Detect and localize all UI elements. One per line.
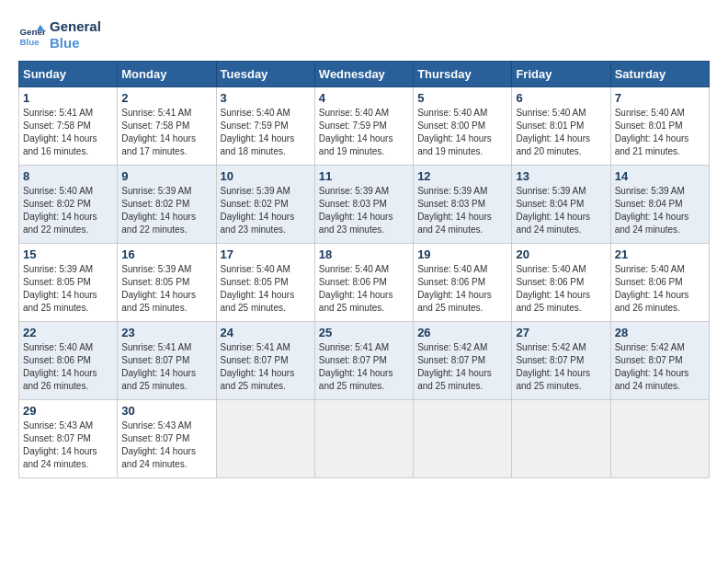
sunset-label: Sunset: 8:00 PM [417,121,485,131]
daylight-label: Daylight: 14 hours and 25 minutes. [221,290,295,313]
header-wednesday: Wednesday [314,62,413,87]
daylight-label: Daylight: 14 hours and 25 minutes. [121,290,196,313]
day-info: Sunrise: 5:43 AM Sunset: 8:07 PM Dayligh… [121,419,211,471]
calendar-cell: 23 Sunrise: 5:41 AM Sunset: 8:07 PM Dayl… [118,322,216,400]
daylight-label: Daylight: 14 hours and 26 minutes. [615,290,689,313]
calendar-cell: 17 Sunrise: 5:40 AM Sunset: 8:05 PM Dayl… [216,244,314,322]
daylight-label: Daylight: 14 hours and 21 minutes. [615,133,689,156]
sunset-label: Sunset: 8:05 PM [121,277,189,287]
day-number: 1 [23,91,113,105]
sunrise-label: Sunrise: 5:39 AM [516,186,586,196]
sunrise-label: Sunrise: 5:40 AM [23,342,93,352]
daylight-label: Daylight: 14 hours and 25 minutes. [417,290,492,313]
calendar-cell: 1 Sunrise: 5:41 AM Sunset: 7:58 PM Dayli… [19,87,118,166]
svg-text:Blue: Blue [20,37,40,47]
daylight-label: Daylight: 14 hours and 24 minutes. [615,368,689,391]
calendar-week-5: 29 Sunrise: 5:43 AM Sunset: 8:07 PM Dayl… [19,400,710,478]
calendar-cell: 25 Sunrise: 5:41 AM Sunset: 8:07 PM Dayl… [314,322,413,400]
sunset-label: Sunset: 8:04 PM [516,199,584,209]
calendar-cell: 18 Sunrise: 5:40 AM Sunset: 8:06 PM Dayl… [314,244,413,322]
calendar-cell: 29 Sunrise: 5:43 AM Sunset: 8:07 PM Dayl… [19,400,118,478]
day-number: 2 [121,91,211,105]
calendar-cell [314,400,413,478]
sunset-label: Sunset: 7:59 PM [221,121,289,131]
sunset-label: Sunset: 8:07 PM [319,355,387,365]
day-number: 12 [417,169,507,183]
day-number: 20 [516,247,606,261]
sunrise-label: Sunrise: 5:39 AM [121,264,191,274]
sunset-label: Sunset: 7:59 PM [319,121,387,131]
daylight-label: Daylight: 14 hours and 18 minutes. [221,133,295,156]
day-info: Sunrise: 5:41 AM Sunset: 8:07 PM Dayligh… [221,341,311,393]
sunset-label: Sunset: 7:58 PM [23,121,91,131]
sunrise-label: Sunrise: 5:40 AM [516,264,586,274]
calendar-cell: 13 Sunrise: 5:39 AM Sunset: 8:04 PM Dayl… [512,166,610,244]
daylight-label: Daylight: 14 hours and 17 minutes. [121,133,196,156]
day-number: 4 [319,91,409,105]
sunrise-label: Sunrise: 5:40 AM [319,264,389,274]
day-info: Sunrise: 5:39 AM Sunset: 8:05 PM Dayligh… [23,263,113,315]
day-info: Sunrise: 5:43 AM Sunset: 8:07 PM Dayligh… [23,419,113,471]
calendar-cell: 15 Sunrise: 5:39 AM Sunset: 8:05 PM Dayl… [19,244,118,322]
sunrise-label: Sunrise: 5:39 AM [319,186,389,196]
sunrise-label: Sunrise: 5:40 AM [221,264,290,274]
sunset-label: Sunset: 8:07 PM [615,355,683,365]
calendar-cell: 11 Sunrise: 5:39 AM Sunset: 8:03 PM Dayl… [314,166,413,244]
day-number: 23 [121,326,211,339]
daylight-label: Daylight: 14 hours and 23 minutes. [319,212,393,235]
daylight-label: Daylight: 14 hours and 25 minutes. [516,290,590,313]
sunset-label: Sunset: 8:06 PM [417,277,485,287]
sunrise-label: Sunrise: 5:39 AM [615,186,685,196]
sunrise-label: Sunrise: 5:41 AM [121,108,191,118]
sunrise-label: Sunrise: 5:42 AM [516,342,586,352]
day-info: Sunrise: 5:39 AM Sunset: 8:03 PM Dayligh… [417,185,507,236]
logo: General Blue General Blue [18,18,101,52]
calendar-week-3: 15 Sunrise: 5:39 AM Sunset: 8:05 PM Dayl… [19,244,710,322]
day-info: Sunrise: 5:40 AM Sunset: 8:00 PM Dayligh… [417,107,507,158]
page-header: General Blue General Blue [18,18,710,52]
day-number: 8 [23,169,113,183]
daylight-label: Daylight: 14 hours and 20 minutes. [516,133,590,156]
sunset-label: Sunset: 8:03 PM [319,199,387,209]
sunset-label: Sunset: 8:06 PM [615,277,683,287]
daylight-label: Daylight: 14 hours and 24 minutes. [23,446,97,469]
sunrise-label: Sunrise: 5:40 AM [615,108,685,118]
daylight-label: Daylight: 14 hours and 24 minutes. [615,212,689,235]
sunset-label: Sunset: 8:03 PM [417,199,485,209]
sunset-label: Sunset: 8:05 PM [221,277,289,287]
sunset-label: Sunset: 8:07 PM [221,355,289,365]
calendar-week-2: 8 Sunrise: 5:40 AM Sunset: 8:02 PM Dayli… [19,166,710,244]
daylight-label: Daylight: 14 hours and 16 minutes. [23,133,97,156]
day-info: Sunrise: 5:41 AM Sunset: 8:07 PM Dayligh… [121,341,211,393]
day-number: 9 [121,169,211,183]
calendar-cell: 24 Sunrise: 5:41 AM Sunset: 8:07 PM Dayl… [216,322,314,400]
daylight-label: Daylight: 14 hours and 22 minutes. [121,212,196,235]
sunset-label: Sunset: 8:04 PM [615,199,683,209]
calendar-table: SundayMondayTuesdayWednesdayThursdayFrid… [18,61,710,478]
calendar-header-row: SundayMondayTuesdayWednesdayThursdayFrid… [19,62,710,87]
day-number: 11 [319,169,409,183]
day-number: 3 [221,91,311,105]
calendar-cell [512,400,610,478]
day-number: 26 [417,326,507,339]
daylight-label: Daylight: 14 hours and 25 minutes. [23,290,97,313]
calendar-cell: 20 Sunrise: 5:40 AM Sunset: 8:06 PM Dayl… [512,244,610,322]
calendar-week-1: 1 Sunrise: 5:41 AM Sunset: 7:58 PM Dayli… [19,87,710,166]
calendar-cell: 16 Sunrise: 5:39 AM Sunset: 8:05 PM Dayl… [118,244,216,322]
sunset-label: Sunset: 8:07 PM [121,355,189,365]
sunrise-label: Sunrise: 5:40 AM [221,108,290,118]
calendar-cell: 8 Sunrise: 5:40 AM Sunset: 8:02 PM Dayli… [19,166,118,244]
daylight-label: Daylight: 14 hours and 24 minutes. [121,446,196,469]
day-number: 25 [319,326,409,339]
header-monday: Monday [118,62,216,87]
calendar-cell: 4 Sunrise: 5:40 AM Sunset: 7:59 PM Dayli… [314,87,413,166]
sunrise-label: Sunrise: 5:39 AM [417,186,487,196]
day-info: Sunrise: 5:40 AM Sunset: 8:06 PM Dayligh… [23,341,113,393]
sunrise-label: Sunrise: 5:42 AM [417,342,487,352]
sunrise-label: Sunrise: 5:43 AM [23,420,93,431]
day-info: Sunrise: 5:39 AM Sunset: 8:05 PM Dayligh… [121,263,211,315]
daylight-label: Daylight: 14 hours and 25 minutes. [121,368,196,391]
calendar-cell: 30 Sunrise: 5:43 AM Sunset: 8:07 PM Dayl… [118,400,216,478]
day-number: 13 [516,169,606,183]
daylight-label: Daylight: 14 hours and 22 minutes. [23,212,97,235]
